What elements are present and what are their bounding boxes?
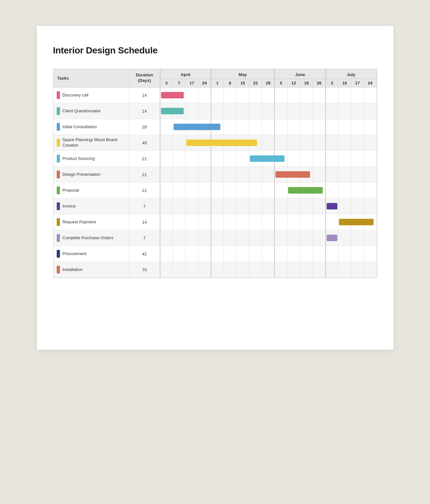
- table-row: Discovery call14: [53, 87, 377, 103]
- timeline-cell: [326, 214, 338, 230]
- timeline-cell: [249, 246, 262, 262]
- task-name-text: Complete Purchase Orders: [63, 235, 114, 241]
- task-color-indicator: [57, 266, 60, 274]
- timeline-cell: [300, 87, 313, 103]
- task-label-cell: Space Planning/ Mood Board Creation: [53, 135, 129, 151]
- duration-cell: 7: [129, 230, 160, 246]
- timeline-cell: [249, 183, 262, 198]
- task-color-indicator: [57, 218, 60, 226]
- timeline-cell: [326, 103, 338, 119]
- task-color-indicator: [57, 234, 60, 242]
- timeline-cell: [313, 103, 325, 119]
- timeline-cell: [262, 135, 274, 151]
- timeline-cell: [198, 183, 211, 198]
- gantt-table: Tasks Duration(Days) April May June July…: [53, 69, 377, 278]
- task-label-cell: Invoice: [53, 198, 129, 214]
- timeline-cell: [313, 198, 325, 214]
- timeline-cell: [198, 214, 211, 230]
- page-title: Interior Design Schedule: [53, 45, 377, 56]
- timeline-cell: [326, 198, 338, 214]
- timeline-cell: [185, 198, 198, 214]
- timeline-cell: [300, 151, 313, 167]
- timeline-cell: [300, 214, 313, 230]
- task-label-cell: Request Payment: [53, 214, 129, 230]
- timeline-cell: [274, 135, 287, 151]
- timeline-cell: [300, 103, 313, 119]
- timeline-cell: [300, 246, 313, 262]
- timeline-cell: [274, 167, 287, 183]
- timeline-cell: [313, 230, 325, 246]
- timeline-cell: [287, 87, 300, 103]
- timeline-cell: [364, 183, 377, 198]
- duration-cell: 28: [129, 119, 160, 135]
- table-row: Design Presentation21: [53, 167, 377, 183]
- task-name-text: Request Payment: [63, 219, 96, 225]
- timeline-cell: [300, 119, 313, 135]
- timeline-cell: [173, 214, 185, 230]
- table-row: Procurement42: [53, 246, 377, 262]
- timeline-cell: [262, 262, 274, 278]
- timeline-cell: [351, 230, 364, 246]
- gantt-bar: [250, 155, 285, 162]
- timeline-cell: [237, 246, 249, 262]
- timeline-cell: [338, 214, 351, 230]
- timeline-cell: [364, 119, 377, 135]
- timeline-cell: [313, 119, 325, 135]
- timeline-cell: [198, 230, 211, 246]
- timeline-cell: [287, 119, 300, 135]
- timeline-cell: [237, 151, 249, 167]
- table-row: Proposal21: [53, 183, 377, 198]
- task-name-text: Discovery call: [63, 93, 88, 98]
- day-17-july: 17: [351, 79, 364, 87]
- duration-cell: 42: [129, 246, 160, 262]
- timeline-cell: [326, 119, 338, 135]
- timeline-cell: [338, 183, 351, 198]
- timeline-cell: [237, 262, 249, 278]
- timeline-cell: [160, 151, 173, 167]
- timeline-cell: [224, 262, 236, 278]
- timeline-cell: [262, 103, 274, 119]
- timeline-cell: [224, 167, 236, 183]
- timeline-cell: [237, 103, 249, 119]
- timeline-cell: [173, 246, 185, 262]
- timeline-cell: [224, 198, 236, 214]
- timeline-cell: [338, 87, 351, 103]
- timeline-cell: [160, 198, 173, 214]
- task-name-text: Proposal: [63, 188, 79, 193]
- table-row: Space Planning/ Mood Board Creation49: [53, 135, 377, 151]
- april-header: April: [160, 69, 211, 79]
- timeline-cell: [249, 167, 262, 183]
- timeline-cell: [249, 262, 262, 278]
- timeline-cell: [173, 230, 185, 246]
- timeline-cell: [173, 167, 185, 183]
- timeline-cell: [364, 198, 377, 214]
- timeline-cell: [364, 262, 377, 278]
- task-name-text: Procurement: [63, 251, 87, 257]
- task-name-text: Space Planning/ Mood Board Creation: [63, 137, 126, 148]
- day-22-may: 22: [249, 79, 262, 87]
- timeline-cell: [185, 230, 198, 246]
- gantt-bar: [186, 140, 257, 146]
- timeline-cell: [249, 103, 262, 119]
- task-label-cell: Proposal: [53, 183, 129, 198]
- month-header-row: Tasks Duration(Days) April May June July: [53, 69, 377, 79]
- timeline-cell: [338, 262, 351, 278]
- timeline-cell: [287, 246, 300, 262]
- timeline-cell: [198, 103, 211, 119]
- timeline-cell: [274, 119, 287, 135]
- table-row: Invoice7: [53, 198, 377, 214]
- timeline-cell: [237, 119, 249, 135]
- day-24-april: 24: [198, 79, 211, 87]
- task-name-text: Installation: [63, 267, 83, 273]
- timeline-cell: [173, 183, 185, 198]
- timeline-cell: [287, 262, 300, 278]
- timeline-cell: [262, 183, 274, 198]
- task-color-indicator: [57, 123, 60, 131]
- task-label-cell: Complete Purchase Orders: [53, 230, 129, 246]
- timeline-cell: [185, 151, 198, 167]
- timeline-cell: [224, 87, 236, 103]
- timeline-cell: [364, 87, 377, 103]
- timeline-cell: [338, 103, 351, 119]
- timeline-cell: [274, 246, 287, 262]
- gantt-bar: [327, 203, 337, 209]
